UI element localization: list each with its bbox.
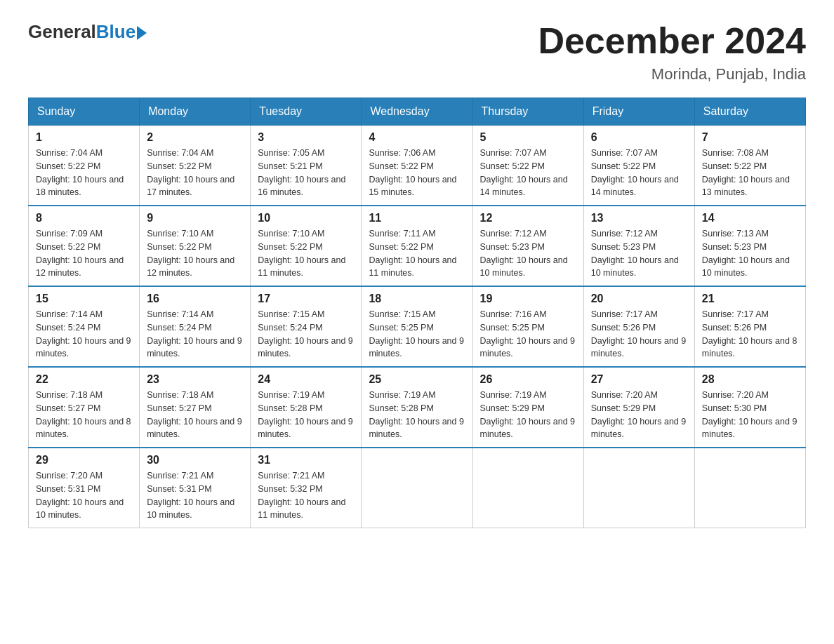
day-number: 17 bbox=[258, 293, 354, 305]
table-row bbox=[362, 448, 472, 528]
day-info: Sunrise: 7:16 AMSunset: 5:25 PMDaylight:… bbox=[480, 309, 576, 358]
table-row: 13 Sunrise: 7:12 AMSunset: 5:23 PMDaylig… bbox=[583, 206, 694, 286]
day-info: Sunrise: 7:14 AMSunset: 5:24 PMDaylight:… bbox=[147, 309, 242, 358]
day-number: 6 bbox=[591, 131, 687, 144]
day-info: Sunrise: 7:19 AMSunset: 5:28 PMDaylight:… bbox=[258, 390, 353, 439]
day-number: 28 bbox=[702, 373, 798, 386]
day-number: 19 bbox=[480, 293, 576, 305]
day-info: Sunrise: 7:04 AMSunset: 5:22 PMDaylight:… bbox=[147, 148, 234, 197]
table-row: 6 Sunrise: 7:07 AMSunset: 5:22 PMDayligh… bbox=[583, 126, 694, 206]
table-row bbox=[694, 448, 805, 528]
table-row: 26 Sunrise: 7:19 AMSunset: 5:29 PMDaylig… bbox=[472, 367, 583, 448]
table-row: 30 Sunrise: 7:21 AMSunset: 5:31 PMDaylig… bbox=[140, 448, 251, 528]
day-info: Sunrise: 7:17 AMSunset: 5:26 PMDaylight:… bbox=[702, 309, 797, 358]
day-number: 25 bbox=[369, 373, 465, 386]
day-number: 7 bbox=[702, 131, 798, 144]
day-info: Sunrise: 7:10 AMSunset: 5:22 PMDaylight:… bbox=[258, 229, 345, 278]
day-number: 26 bbox=[480, 373, 576, 386]
day-info: Sunrise: 7:18 AMSunset: 5:27 PMDaylight:… bbox=[36, 390, 131, 439]
table-row: 14 Sunrise: 7:13 AMSunset: 5:23 PMDaylig… bbox=[694, 206, 805, 286]
title-section: December 2024 Morinda, Punjab, India bbox=[538, 21, 806, 83]
day-number: 5 bbox=[480, 131, 576, 144]
day-info: Sunrise: 7:19 AMSunset: 5:28 PMDaylight:… bbox=[369, 390, 464, 439]
table-row: 7 Sunrise: 7:08 AMSunset: 5:22 PMDayligh… bbox=[694, 126, 805, 206]
day-info: Sunrise: 7:21 AMSunset: 5:31 PMDaylight:… bbox=[147, 471, 234, 520]
day-number: 3 bbox=[258, 131, 354, 144]
table-row: 20 Sunrise: 7:17 AMSunset: 5:26 PMDaylig… bbox=[583, 286, 694, 367]
day-info: Sunrise: 7:12 AMSunset: 5:23 PMDaylight:… bbox=[480, 229, 568, 278]
table-row: 22 Sunrise: 7:18 AMSunset: 5:27 PMDaylig… bbox=[29, 367, 140, 448]
day-number: 9 bbox=[147, 212, 243, 224]
day-info: Sunrise: 7:20 AMSunset: 5:29 PMDaylight:… bbox=[591, 390, 687, 439]
day-info: Sunrise: 7:18 AMSunset: 5:27 PMDaylight:… bbox=[147, 390, 242, 439]
calendar-header-monday: Monday bbox=[140, 98, 251, 126]
day-number: 11 bbox=[369, 212, 465, 224]
calendar-table: SundayMondayTuesdayWednesdayThursdayFrid… bbox=[28, 98, 806, 528]
calendar-header-wednesday: Wednesday bbox=[362, 98, 472, 126]
day-number: 20 bbox=[591, 293, 687, 305]
day-number: 30 bbox=[147, 454, 243, 467]
day-number: 31 bbox=[258, 454, 354, 467]
calendar-header-friday: Friday bbox=[583, 98, 694, 126]
day-number: 16 bbox=[147, 293, 243, 305]
day-number: 18 bbox=[369, 293, 465, 305]
location-title: Morinda, Punjab, India bbox=[538, 65, 806, 83]
table-row: 17 Sunrise: 7:15 AMSunset: 5:24 PMDaylig… bbox=[251, 286, 362, 367]
logo-blue-text: Blue bbox=[96, 21, 135, 43]
day-number: 23 bbox=[147, 373, 243, 386]
table-row: 28 Sunrise: 7:20 AMSunset: 5:30 PMDaylig… bbox=[694, 367, 805, 448]
day-info: Sunrise: 7:21 AMSunset: 5:32 PMDaylight:… bbox=[258, 471, 345, 520]
calendar-week-row: 29 Sunrise: 7:20 AMSunset: 5:31 PMDaylig… bbox=[29, 448, 806, 528]
day-info: Sunrise: 7:20 AMSunset: 5:31 PMDaylight:… bbox=[36, 471, 124, 520]
table-row: 24 Sunrise: 7:19 AMSunset: 5:28 PMDaylig… bbox=[251, 367, 362, 448]
calendar-week-row: 22 Sunrise: 7:18 AMSunset: 5:27 PMDaylig… bbox=[29, 367, 806, 448]
day-info: Sunrise: 7:05 AMSunset: 5:21 PMDaylight:… bbox=[258, 148, 345, 197]
table-row: 8 Sunrise: 7:09 AMSunset: 5:22 PMDayligh… bbox=[29, 206, 140, 286]
table-row: 19 Sunrise: 7:16 AMSunset: 5:25 PMDaylig… bbox=[472, 286, 583, 367]
table-row: 11 Sunrise: 7:11 AMSunset: 5:22 PMDaylig… bbox=[362, 206, 472, 286]
logo: General Blue bbox=[28, 21, 147, 43]
calendar-header-saturday: Saturday bbox=[694, 98, 805, 126]
calendar-header-sunday: Sunday bbox=[29, 98, 140, 126]
day-info: Sunrise: 7:17 AMSunset: 5:26 PMDaylight:… bbox=[591, 309, 687, 358]
table-row: 5 Sunrise: 7:07 AMSunset: 5:22 PMDayligh… bbox=[472, 126, 583, 206]
day-number: 12 bbox=[480, 212, 576, 224]
day-info: Sunrise: 7:06 AMSunset: 5:22 PMDaylight:… bbox=[369, 148, 456, 197]
table-row: 10 Sunrise: 7:10 AMSunset: 5:22 PMDaylig… bbox=[251, 206, 362, 286]
page-header: General Blue December 2024 Morinda, Punj… bbox=[28, 21, 806, 83]
table-row: 9 Sunrise: 7:10 AMSunset: 5:22 PMDayligh… bbox=[140, 206, 251, 286]
table-row: 15 Sunrise: 7:14 AMSunset: 5:24 PMDaylig… bbox=[29, 286, 140, 367]
day-info: Sunrise: 7:20 AMSunset: 5:30 PMDaylight:… bbox=[702, 390, 797, 439]
day-info: Sunrise: 7:10 AMSunset: 5:22 PMDaylight:… bbox=[147, 229, 234, 278]
day-number: 1 bbox=[36, 131, 132, 144]
day-info: Sunrise: 7:04 AMSunset: 5:22 PMDaylight:… bbox=[36, 148, 124, 197]
day-info: Sunrise: 7:11 AMSunset: 5:22 PMDaylight:… bbox=[369, 229, 456, 278]
table-row: 25 Sunrise: 7:19 AMSunset: 5:28 PMDaylig… bbox=[362, 367, 472, 448]
table-row: 31 Sunrise: 7:21 AMSunset: 5:32 PMDaylig… bbox=[251, 448, 362, 528]
table-row: 1 Sunrise: 7:04 AMSunset: 5:22 PMDayligh… bbox=[29, 126, 140, 206]
table-row: 21 Sunrise: 7:17 AMSunset: 5:26 PMDaylig… bbox=[694, 286, 805, 367]
calendar-week-row: 15 Sunrise: 7:14 AMSunset: 5:24 PMDaylig… bbox=[29, 286, 806, 367]
table-row: 12 Sunrise: 7:12 AMSunset: 5:23 PMDaylig… bbox=[472, 206, 583, 286]
table-row: 16 Sunrise: 7:14 AMSunset: 5:24 PMDaylig… bbox=[140, 286, 251, 367]
day-info: Sunrise: 7:19 AMSunset: 5:29 PMDaylight:… bbox=[480, 390, 576, 439]
day-number: 2 bbox=[147, 131, 243, 144]
table-row: 29 Sunrise: 7:20 AMSunset: 5:31 PMDaylig… bbox=[29, 448, 140, 528]
day-info: Sunrise: 7:15 AMSunset: 5:25 PMDaylight:… bbox=[369, 309, 464, 358]
day-number: 8 bbox=[36, 212, 132, 224]
table-row bbox=[583, 448, 694, 528]
calendar-header-row: SundayMondayTuesdayWednesdayThursdayFrid… bbox=[29, 98, 806, 126]
table-row: 18 Sunrise: 7:15 AMSunset: 5:25 PMDaylig… bbox=[362, 286, 472, 367]
day-number: 4 bbox=[369, 131, 465, 144]
day-info: Sunrise: 7:12 AMSunset: 5:23 PMDaylight:… bbox=[591, 229, 679, 278]
day-info: Sunrise: 7:14 AMSunset: 5:24 PMDaylight:… bbox=[36, 309, 131, 358]
day-number: 15 bbox=[36, 293, 132, 305]
day-info: Sunrise: 7:13 AMSunset: 5:23 PMDaylight:… bbox=[702, 229, 790, 278]
day-number: 14 bbox=[702, 212, 798, 224]
calendar-header-thursday: Thursday bbox=[472, 98, 583, 126]
calendar-week-row: 8 Sunrise: 7:09 AMSunset: 5:22 PMDayligh… bbox=[29, 206, 806, 286]
logo-general-text: General bbox=[28, 21, 96, 43]
day-info: Sunrise: 7:15 AMSunset: 5:24 PMDaylight:… bbox=[258, 309, 353, 358]
day-number: 21 bbox=[702, 293, 798, 305]
day-number: 24 bbox=[258, 373, 354, 386]
